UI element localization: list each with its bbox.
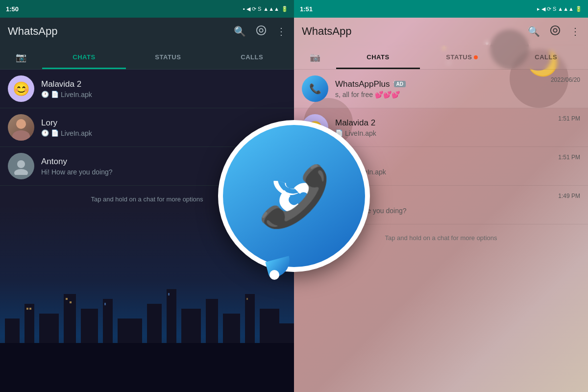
status-bar-right: 1:51 ▸ ◀ ⟳ S ▲▲▲ 🔋: [294, 0, 588, 18]
clock-icon: 🕐: [41, 91, 49, 98]
app-title-left: WhatsApp: [8, 25, 58, 38]
svg-point-30: [553, 28, 557, 32]
chat-name-whatsappplus: WhatsAppPlus AD: [335, 79, 536, 89]
chat-preview-whatsappplus: s, all for free 💕💕💕: [335, 91, 536, 98]
preview-text-whatsappplus: s, all for free 💕💕💕: [335, 91, 400, 98]
avatar-lory-left: [8, 114, 34, 141]
tab-chats-left[interactable]: CHATS: [42, 45, 126, 69]
chat-item-malavida-left[interactable]: 😊 Malavida 2 🕐 📄 LiveIn.apk: [0, 70, 294, 108]
tab-chats-label-right: CHATS: [367, 53, 389, 61]
header-icons-right: 🔍 ⋮: [528, 25, 580, 38]
camera-circle-icon[interactable]: [256, 25, 267, 38]
tab-camera-left[interactable]: 📷: [0, 45, 42, 69]
search-icon[interactable]: 🔍: [234, 25, 246, 37]
clock-icon-lory: 🕐: [41, 129, 49, 137]
svg-point-28: [14, 169, 28, 175]
chat-item-whatsappplus[interactable]: 📞 WhatsAppPlus AD s, all for free 💕💕💕 20…: [294, 70, 588, 108]
chat-time-antony-right: 1:49 PM: [558, 193, 580, 199]
tab-calls-right[interactable]: CALLS: [504, 45, 588, 69]
chat-name-malavida-left: Malavida 2: [41, 79, 286, 89]
tab-chats-right[interactable]: CHATS: [336, 45, 420, 69]
search-icon-right[interactable]: 🔍: [528, 25, 540, 37]
chat-content-whatsappplus: WhatsAppPlus AD s, all for free 💕💕💕: [335, 79, 580, 98]
preview-text-lory-left: LiveIn.apk: [61, 129, 92, 137]
svg-point-25: [16, 119, 26, 129]
default-avatar-svg: [12, 157, 30, 175]
chat-preview-malavida-left: 🕐 📄 LiveIn.apk: [41, 91, 286, 98]
camera-circle-icon-right[interactable]: [550, 25, 561, 38]
svg-point-26: [12, 130, 30, 141]
signal-icon: ▲▲▲: [263, 6, 279, 12]
camera-icon: 📷: [16, 52, 27, 63]
avatar-malavida-left: 😊: [8, 75, 34, 102]
tab-status-right[interactable]: STATUS: [420, 45, 504, 69]
battery-icon: 🔋: [281, 6, 288, 12]
lory-photo-svg: [8, 114, 34, 141]
status-icons-left: ▪ ◀ ⟳ S ▲▲▲ 🔋: [243, 6, 288, 12]
svg-point-27: [17, 160, 25, 168]
header-icons-left: 🔍 ⋮: [234, 25, 286, 38]
status-indicator-dot: [474, 55, 478, 59]
preview-text-antony-left: Hi! How are you doing?: [41, 168, 113, 176]
chat-time-malavida-right: 1:51 PM: [558, 115, 580, 122]
avatar-antony-left: [8, 153, 34, 179]
camera-icon-right: 📷: [310, 52, 321, 63]
status-icons-right: ▸ ◀ ⟳ S ▲▲▲ 🔋: [537, 6, 582, 12]
tab-calls-left[interactable]: CALLS: [210, 45, 294, 69]
doc-icon-lory: 📄: [51, 129, 59, 137]
chat-time-lory-right: 1:51 PM: [558, 154, 580, 161]
whatsappplus-name: WhatsAppPlus: [335, 79, 390, 89]
app-header-left: WhatsApp 🔍 ⋮: [0, 18, 294, 45]
more-icon-right[interactable]: ⋮: [570, 25, 580, 37]
tab-calls-label-right: CALLS: [535, 53, 557, 61]
doc-icon: 📄: [51, 91, 59, 98]
app-title-right: WhatsApp: [302, 25, 352, 38]
app-header-right: WhatsApp 🔍 ⋮: [294, 18, 588, 45]
chat-time-whatsappplus: 2022/06/20: [551, 76, 580, 83]
tab-status-label-left: STATUS: [155, 53, 181, 61]
status-time-right: 1:51: [300, 5, 313, 13]
tabs-left: 📷 CHATS STATUS CALLS: [0, 45, 294, 70]
avatar-whatsappplus: 📞: [302, 75, 328, 102]
whatsapp-plus-logo: 📞: [211, 113, 377, 279]
signal-icons-right: ▸ ◀ ⟳ S ▲▲▲ 🔋: [537, 6, 582, 12]
ad-badge: AD: [394, 81, 406, 87]
tab-calls-label-left: CALLS: [241, 53, 263, 61]
tab-status-left[interactable]: STATUS: [126, 45, 210, 69]
status-time-left: 1:50: [6, 5, 19, 13]
tab-status-label-right: STATUS: [446, 53, 472, 61]
svg-point-23: [257, 25, 266, 34]
status-bar-left: 1:50 ▪ ◀ ⟳ S ▲▲▲ 🔋: [0, 0, 294, 18]
tab-chats-label-left: CHATS: [73, 53, 95, 61]
chat-content-malavida-left: Malavida 2 🕐 📄 LiveIn.apk: [41, 79, 286, 98]
svg-point-24: [259, 28, 263, 32]
preview-text-malavida-left: LiveIn.apk: [61, 91, 92, 98]
svg-point-29: [551, 25, 560, 34]
sim-icon: ▪ ◀ ⟳ S: [243, 6, 261, 12]
tabs-right: 📷 CHATS STATUS CALLS: [294, 45, 588, 70]
tab-camera-right[interactable]: 📷: [294, 45, 336, 69]
more-icon[interactable]: ⋮: [276, 25, 286, 37]
